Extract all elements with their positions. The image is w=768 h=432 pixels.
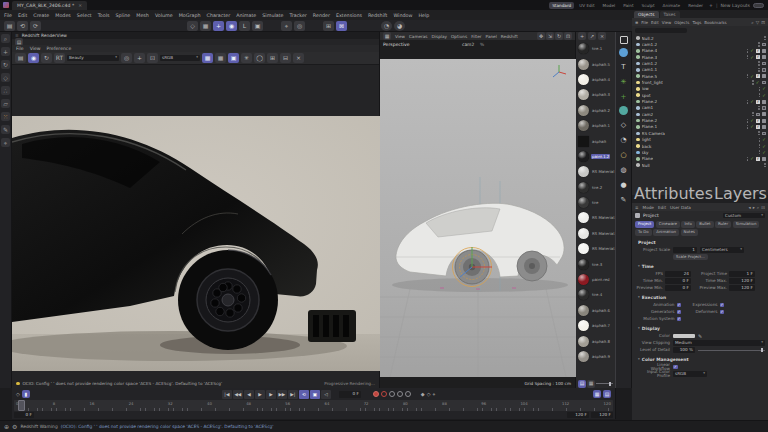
render-view-button[interactable]: ◔ bbox=[381, 21, 392, 31]
attribute-tab-button[interactable]: Cineware bbox=[656, 221, 680, 228]
workplane-icon[interactable]: ▦ bbox=[200, 21, 211, 31]
texture-tag-icon[interactable] bbox=[762, 157, 766, 161]
material-item[interactable]: RS Material.3 bbox=[576, 241, 615, 256]
layout-tab[interactable]: Render bbox=[685, 2, 706, 9]
material-item[interactable]: tire.4 bbox=[576, 287, 615, 302]
path-icon[interactable]: ⊡ bbox=[761, 20, 765, 25]
magnify-icon[interactable]: ⌕ bbox=[1, 34, 10, 43]
visibility-dots[interactable] bbox=[758, 42, 760, 46]
close-region-icon[interactable]: × bbox=[293, 53, 304, 63]
deformer-icon[interactable]: ◇ bbox=[618, 119, 629, 130]
prev-frame-button[interactable]: ◀ bbox=[244, 390, 254, 399]
forward-icon[interactable]: ▸ bbox=[753, 205, 755, 210]
grid-view-icon[interactable]: ▦ bbox=[587, 380, 595, 388]
material-name[interactable]: tire.3 bbox=[591, 262, 603, 267]
visibility-dots[interactable] bbox=[758, 131, 760, 135]
panel-menu-icon[interactable]: ≡ bbox=[635, 205, 639, 210]
menu-item[interactable]: Modes bbox=[55, 13, 71, 18]
texture-tag-icon[interactable] bbox=[762, 112, 766, 116]
object-name[interactable]: Plane bbox=[642, 156, 654, 161]
material-item[interactable]: RS Material bbox=[576, 164, 615, 179]
axis-lock-icon[interactable]: L bbox=[239, 21, 250, 31]
enabled-check-icon[interactable]: ✓ bbox=[762, 144, 766, 149]
goto-start-button[interactable]: |◀ bbox=[222, 390, 232, 399]
camera-tag-icon[interactable] bbox=[762, 106, 767, 110]
ab-compare-icon[interactable]: ▦ bbox=[202, 53, 213, 63]
record-scale-toggle[interactable] bbox=[397, 391, 403, 397]
step-key-icon[interactable]: ◇ bbox=[427, 391, 431, 398]
attribute-tab-button[interactable]: Notes bbox=[681, 229, 698, 236]
undo-icon[interactable]: ⟲ bbox=[17, 21, 28, 31]
autokey-icon[interactable]: ▮ bbox=[22, 390, 30, 398]
scale-icon[interactable]: ◇ bbox=[1, 73, 10, 82]
save-icon[interactable]: ▤ bbox=[4, 21, 15, 31]
enabled-check-icon[interactable]: ✓ bbox=[762, 86, 766, 91]
material-item[interactable]: tire.2 bbox=[576, 180, 615, 195]
menu-item[interactable]: Character bbox=[207, 13, 231, 18]
material-preview-sphere[interactable] bbox=[578, 74, 589, 85]
layout-tab[interactable]: Model bbox=[600, 2, 619, 9]
camera-command-icon[interactable]: ◔ bbox=[618, 134, 629, 145]
object-search-input[interactable] bbox=[635, 28, 687, 33]
attribute-manager-tab[interactable]: Attributes bbox=[634, 184, 713, 203]
linear-workflow-checkbox[interactable]: ✓ bbox=[673, 365, 678, 370]
attribute-menu-item[interactable]: Mode bbox=[643, 205, 654, 210]
object-name[interactable]: cam1.1 bbox=[642, 67, 658, 72]
attribute-tab-button[interactable]: Project bbox=[635, 221, 654, 228]
time-field-value[interactable]: 0 F bbox=[665, 278, 691, 284]
material-name[interactable]: RS Material.1 bbox=[591, 215, 615, 220]
object-name[interactable]: light bbox=[642, 137, 651, 142]
object-menu-item[interactable]: Objects bbox=[674, 20, 689, 25]
camera-tag-icon[interactable] bbox=[762, 81, 767, 85]
visibility-dots[interactable] bbox=[747, 55, 749, 59]
object-menu-item[interactable]: File bbox=[641, 20, 648, 25]
visibility-dots[interactable] bbox=[747, 119, 749, 123]
material-preview-sphere[interactable] bbox=[578, 136, 589, 147]
add-icon[interactable]: + bbox=[134, 53, 145, 63]
enabled-check-icon[interactable]: ✓ bbox=[750, 74, 754, 79]
material-name[interactable]: tire bbox=[591, 200, 600, 205]
menu-item[interactable]: MoGraph bbox=[179, 13, 201, 18]
lod-field[interactable]: 100 % bbox=[673, 347, 695, 353]
material-preview-sphere[interactable] bbox=[578, 182, 589, 193]
goto-end-button[interactable]: ▶| bbox=[288, 390, 298, 399]
delete-material-icon[interactable]: × bbox=[598, 32, 606, 40]
camera-tag-icon[interactable] bbox=[756, 113, 761, 117]
execution-checkbox[interactable]: ✓ bbox=[677, 317, 682, 322]
object-name[interactable]: Plane.2 bbox=[642, 118, 657, 123]
object-name[interactable]: spot bbox=[642, 93, 651, 98]
search-icon[interactable]: ⌕ bbox=[751, 20, 754, 25]
visibility-dots[interactable] bbox=[758, 68, 760, 72]
list-view-icon[interactable]: ▤ bbox=[578, 380, 586, 388]
object-name[interactable]: cam1.2 bbox=[642, 42, 658, 47]
preset-dropdown[interactable]: Custom▾ bbox=[723, 213, 765, 219]
execution-checkbox[interactable]: ✓ bbox=[720, 310, 725, 315]
bucket-toggle-icon[interactable]: ▣ bbox=[228, 53, 239, 63]
menu-item[interactable]: Tracker bbox=[290, 13, 307, 18]
object-menu-item[interactable]: View bbox=[662, 20, 672, 25]
pixel-probe-icon[interactable]: ◎ bbox=[121, 53, 132, 63]
menu-item[interactable]: File bbox=[4, 13, 12, 18]
snap-icon[interactable]: ◇ bbox=[187, 21, 198, 31]
menu-item[interactable]: Animate bbox=[236, 13, 256, 18]
attribute-tab-button[interactable]: Ruler bbox=[715, 221, 731, 228]
material-name[interactable]: asphalt.1 bbox=[591, 123, 611, 128]
material-item[interactable]: tire.3 bbox=[576, 256, 615, 271]
panel-menu-icon[interactable]: ≡ bbox=[635, 20, 638, 25]
grid-icon[interactable]: ▦ bbox=[215, 53, 226, 63]
object-name[interactable]: cam1 bbox=[642, 105, 654, 110]
material-item[interactable]: RS Material.2 bbox=[576, 226, 615, 241]
lock-icon[interactable]: ⊡ bbox=[761, 205, 765, 210]
rt-toggle[interactable]: RT bbox=[54, 53, 65, 63]
play-button[interactable]: ▶ bbox=[255, 390, 265, 399]
redo-icon[interactable]: ⟳ bbox=[30, 21, 41, 31]
time-section-header[interactable]: ▾Time bbox=[638, 264, 768, 269]
display-color-swatch[interactable] bbox=[673, 334, 695, 339]
time-field-value[interactable]: 24 bbox=[665, 271, 691, 277]
back-icon[interactable]: ◂ bbox=[748, 205, 750, 210]
material-item[interactable]: asphalt.5 bbox=[576, 56, 615, 71]
start-ipr-button[interactable]: ◉ bbox=[28, 53, 39, 63]
enabled-check-icon[interactable]: ✓ bbox=[750, 48, 754, 53]
display-section-header[interactable]: ▾Display bbox=[638, 326, 768, 331]
material-preview-sphere[interactable] bbox=[578, 351, 589, 362]
